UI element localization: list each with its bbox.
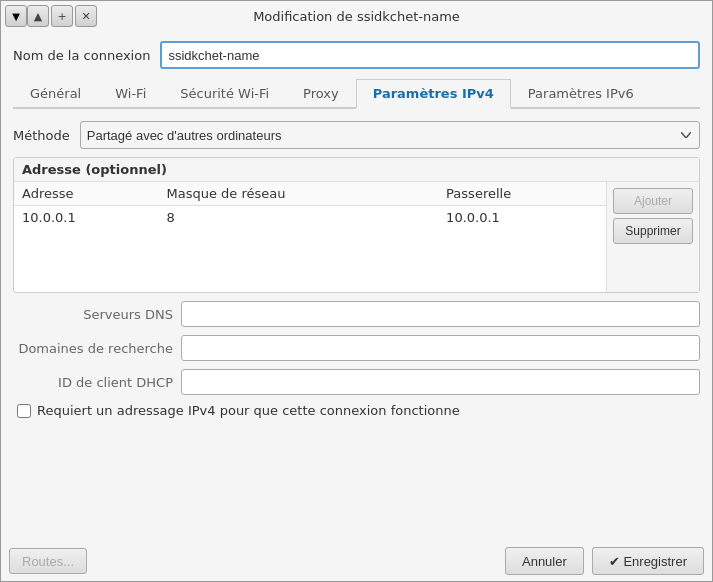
search-domains-input[interactable] — [181, 335, 700, 361]
connection-name-input[interactable] — [160, 41, 700, 69]
tab-ipv4[interactable]: Paramètres IPv4 — [356, 79, 511, 109]
restore-icon: + — [57, 10, 66, 23]
table-row[interactable]: 10.0.0.1 8 10.0.0.1 — [14, 206, 606, 230]
cell-address: 10.0.0.1 — [14, 206, 159, 230]
bottom-bar: Routes... Annuler ✔ Enregistrer — [1, 541, 712, 581]
connection-name-label: Nom de la connexion — [13, 48, 150, 63]
titlebar: ▼ Modification de ssidkchet-name ▲ + ✕ — [1, 1, 712, 31]
window-menu-button[interactable]: ▼ — [5, 5, 27, 27]
address-layout: Adresse Masque de réseau Passerelle 10.0… — [14, 182, 699, 292]
address-section-title: Adresse (optionnel) — [14, 158, 699, 182]
cell-mask: 8 — [159, 206, 439, 230]
col-gateway: Passerelle — [438, 182, 606, 206]
routes-button[interactable]: Routes... — [9, 548, 87, 574]
require-ipv4-row: Requiert un adressage IPv4 pour que cett… — [13, 403, 700, 418]
search-domains-row: Domaines de recherche — [13, 335, 700, 361]
col-mask: Masque de réseau — [159, 182, 439, 206]
close-icon: ✕ — [81, 10, 90, 23]
add-address-button[interactable]: Ajouter — [613, 188, 693, 214]
tab-general[interactable]: Général — [13, 79, 98, 109]
address-table-container: Adresse Masque de réseau Passerelle 10.0… — [14, 182, 606, 292]
search-domains-label: Domaines de recherche — [13, 341, 173, 356]
address-section: Adresse (optionnel) Adresse Masque de ré… — [13, 157, 700, 293]
tabs-bar: Général Wi-Fi Sécurité Wi-Fi Proxy Param… — [13, 77, 700, 109]
restore-button[interactable]: + — [51, 5, 73, 27]
method-select[interactable]: Partagé avec d'autres ordinateurs Automa… — [80, 121, 700, 149]
tab-proxy[interactable]: Proxy — [286, 79, 356, 109]
save-button[interactable]: ✔ Enregistrer — [592, 547, 704, 575]
require-ipv4-label: Requiert un adressage IPv4 pour que cett… — [37, 403, 460, 418]
ipv4-tab-content: Méthode Partagé avec d'autres ordinateur… — [13, 117, 700, 531]
cell-gateway: 10.0.0.1 — [438, 206, 606, 230]
window: ▼ Modification de ssidkchet-name ▲ + ✕ N… — [0, 0, 713, 582]
method-label: Méthode — [13, 128, 70, 143]
method-row: Méthode Partagé avec d'autres ordinateur… — [13, 121, 700, 149]
table-header-row: Adresse Masque de réseau Passerelle — [14, 182, 606, 206]
window-menu-icon: ▼ — [12, 11, 20, 22]
maximize-button[interactable]: ▲ — [27, 5, 49, 27]
dhcp-client-id-input[interactable] — [181, 369, 700, 395]
connection-name-row: Nom de la connexion — [13, 41, 700, 69]
dns-label: Serveurs DNS — [13, 307, 173, 322]
close-button[interactable]: ✕ — [75, 5, 97, 27]
dns-row: Serveurs DNS — [13, 301, 700, 327]
require-ipv4-checkbox[interactable] — [17, 404, 31, 418]
dhcp-client-id-row: ID de client DHCP — [13, 369, 700, 395]
col-address: Adresse — [14, 182, 159, 206]
tab-ipv6[interactable]: Paramètres IPv6 — [511, 79, 651, 109]
cancel-button[interactable]: Annuler — [505, 547, 584, 575]
dns-input[interactable] — [181, 301, 700, 327]
action-buttons: Annuler ✔ Enregistrer — [505, 547, 704, 575]
dhcp-client-id-label: ID de client DHCP — [13, 375, 173, 390]
address-buttons: Ajouter Supprimer — [606, 182, 699, 292]
address-table: Adresse Masque de réseau Passerelle 10.0… — [14, 182, 606, 229]
window-title: Modification de ssidkchet-name — [1, 9, 712, 24]
tab-wifi[interactable]: Wi-Fi — [98, 79, 163, 109]
main-content: Nom de la connexion Général Wi-Fi Sécuri… — [1, 31, 712, 541]
maximize-icon: ▲ — [34, 10, 42, 23]
delete-address-button[interactable]: Supprimer — [613, 218, 693, 244]
tab-wifi-security[interactable]: Sécurité Wi-Fi — [163, 79, 286, 109]
